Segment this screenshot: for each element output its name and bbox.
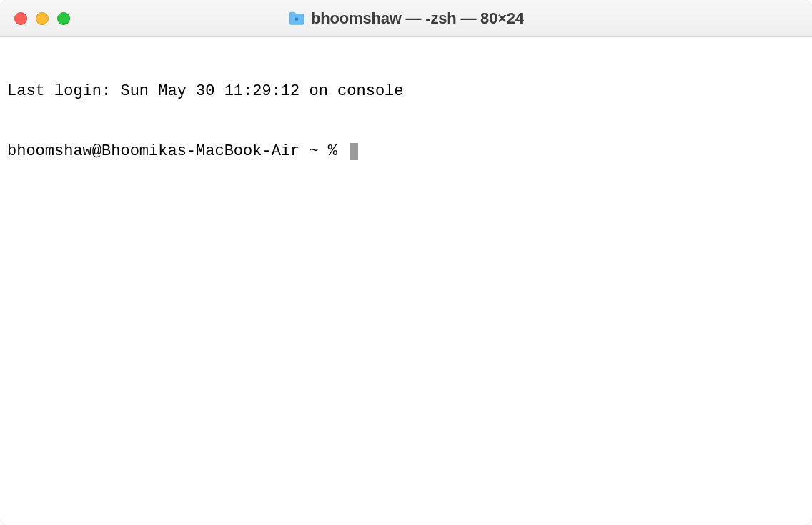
prompt-text: bhoomshaw@Bhoomikas-MacBook-Air ~ % xyxy=(7,142,347,162)
close-button[interactable] xyxy=(14,12,27,25)
minimize-button[interactable] xyxy=(36,12,49,25)
terminal-body[interactable]: Last login: Sun May 30 11:29:12 on conso… xyxy=(0,37,812,525)
cursor[interactable] xyxy=(350,143,358,160)
svg-rect-0 xyxy=(295,17,298,20)
title-center: bhoomshaw — -zsh — 80×24 xyxy=(288,9,524,28)
prompt-line: bhoomshaw@Bhoomikas-MacBook-Air ~ % xyxy=(7,142,805,162)
last-login-line: Last login: Sun May 30 11:29:12 on conso… xyxy=(7,82,805,102)
window-title: bhoomshaw — -zsh — 80×24 xyxy=(311,9,524,28)
folder-icon xyxy=(288,11,305,26)
terminal-window: bhoomshaw — -zsh — 80×24 Last login: Sun… xyxy=(0,0,812,525)
maximize-button[interactable] xyxy=(57,12,70,25)
last-login-text: Last login: Sun May 30 11:29:12 on conso… xyxy=(7,82,404,102)
titlebar[interactable]: bhoomshaw — -zsh — 80×24 xyxy=(0,0,812,37)
traffic-lights xyxy=(14,12,70,25)
